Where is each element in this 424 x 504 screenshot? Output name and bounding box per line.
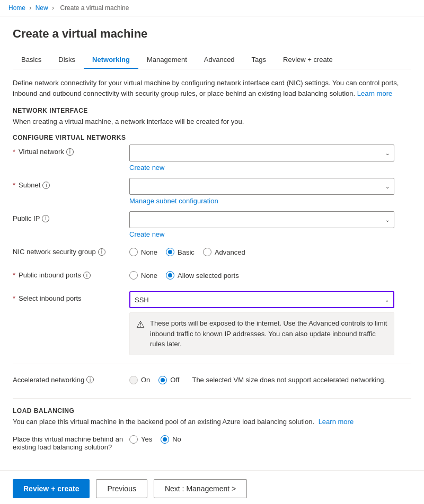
virtual-network-dropdown[interactable]: ⌄	[129, 145, 394, 161]
public-inbound-none-label: None	[141, 272, 157, 280]
virtual-network-control: ⌄ Create new	[129, 145, 411, 172]
nic-security-advanced-radio[interactable]	[203, 248, 211, 256]
select-inbound-ports-row: * Select inbound ports SSH ⌄ ⚠ These por…	[13, 291, 411, 355]
accelerated-networking-on-label: On	[141, 376, 150, 384]
learn-more-link[interactable]: Learn more	[357, 89, 392, 97]
required-star-inbound: *	[13, 294, 15, 302]
nic-security-basic-radio[interactable]	[166, 248, 174, 256]
accelerated-networking-note: The selected VM size does not support ac…	[192, 376, 386, 384]
load-balancing-option-control: Yes No	[129, 432, 411, 444]
select-inbound-ports-dropdown[interactable]: SSH ⌄	[129, 291, 394, 308]
accelerated-networking-on-radio[interactable]	[129, 376, 138, 384]
select-inbound-ports-value: SSH	[135, 296, 149, 304]
required-star-ports: *	[13, 271, 15, 279]
required-star-subnet: *	[13, 181, 15, 189]
public-inbound-allow-option[interactable]: Allow selected ports	[166, 271, 239, 280]
public-inbound-allow-label: Allow selected ports	[178, 272, 239, 280]
public-ip-row: Public IP i ⌄ Create new	[13, 211, 411, 238]
warning-box: ⚠ These ports will be exposed to the int…	[129, 312, 394, 355]
tab-tags[interactable]: Tags	[243, 51, 275, 69]
select-inbound-ports-control: SSH ⌄ ⚠ These ports will be exposed to t…	[129, 291, 411, 355]
load-balancing-option-label: Place this virtual machine behind an exi…	[13, 432, 129, 451]
public-inbound-ports-control: None Allow selected ports	[129, 268, 411, 280]
load-balancing-desc: You can place this virtual machine in th…	[13, 418, 411, 426]
public-inbound-ports-label: * Public inbound ports i	[13, 268, 129, 279]
public-ip-chevron: ⌄	[385, 217, 390, 223]
load-balancing-no-radio[interactable]	[161, 435, 169, 444]
breadcrumb: Home › New › Create a virtual machine	[0, 0, 424, 16]
review-create-button[interactable]: Review + create	[13, 479, 90, 498]
public-ip-control: ⌄ Create new	[129, 211, 411, 238]
nic-security-info-icon[interactable]: i	[98, 248, 105, 256]
public-ip-dropdown[interactable]: ⌄	[129, 211, 394, 228]
subnet-chevron: ⌄	[385, 184, 390, 190]
load-balancing-radio-group: Yes No	[129, 432, 411, 444]
previous-button[interactable]: Previous	[96, 479, 147, 498]
network-interface-desc: When creating a virtual machine, a netwo…	[13, 118, 411, 125]
section-description: Define network connectivity for your vir…	[13, 78, 411, 98]
subnet-control: ⌄ Manage subnet configuration	[129, 178, 411, 205]
load-balancing-option-row: Place this virtual machine behind an exi…	[13, 432, 411, 451]
public-inbound-allow-radio[interactable]	[166, 271, 174, 280]
public-inbound-ports-row: * Public inbound ports i None Allow sele…	[13, 268, 411, 285]
public-inbound-none-option[interactable]: None	[129, 271, 157, 280]
page-wrapper: Home › New › Create a virtual machine Cr…	[0, 0, 424, 504]
tab-networking[interactable]: Networking	[84, 51, 138, 69]
accelerated-networking-off-option[interactable]: Off	[158, 376, 179, 384]
nic-security-none-radio[interactable]	[129, 248, 138, 256]
load-balancing-yes-option[interactable]: Yes	[129, 435, 152, 444]
nic-security-advanced-option[interactable]: Advanced	[203, 248, 245, 256]
tab-review-create[interactable]: Review + create	[275, 51, 341, 69]
virtual-network-row: * Virtual network i ⌄ Create new	[13, 145, 411, 172]
public-ip-label: Public IP i	[13, 211, 129, 222]
tab-bar: Basics Disks Networking Management Advan…	[13, 51, 411, 69]
load-balancing-learn-more[interactable]: Learn more	[319, 418, 354, 426]
select-inbound-chevron: ⌄	[385, 297, 389, 303]
nic-security-basic-label: Basic	[178, 248, 195, 256]
load-balancing-yes-label: Yes	[141, 435, 152, 443]
accelerated-networking-label: Accelerated networking i	[13, 373, 129, 384]
virtual-network-info-icon[interactable]: i	[66, 148, 74, 156]
subnet-info-icon[interactable]: i	[42, 182, 50, 189]
accelerated-networking-radio-group: On Off The selected VM size does not sup…	[129, 373, 411, 384]
nic-security-group-label: NIC network security group i	[13, 245, 129, 256]
tab-disks[interactable]: Disks	[50, 51, 84, 69]
tab-management[interactable]: Management	[138, 51, 196, 69]
accelerated-networking-off-radio[interactable]	[158, 376, 167, 384]
subnet-label: * Subnet i	[13, 178, 129, 189]
footer: Review + create Previous Next : Manageme…	[0, 470, 424, 505]
nic-security-group-control: None Basic Advanced	[129, 245, 411, 256]
create-new-vnet-link[interactable]: Create new	[129, 164, 411, 172]
nic-security-group-row: NIC network security group i None Basic	[13, 245, 411, 262]
next-button[interactable]: Next : Management >	[154, 479, 247, 498]
breadcrumb-new[interactable]: New	[36, 4, 48, 12]
nic-security-none-option[interactable]: None	[129, 248, 157, 256]
network-interface-header: NETWORK INTERFACE	[13, 107, 411, 114]
manage-subnet-link[interactable]: Manage subnet configuration	[129, 197, 411, 205]
tab-advanced[interactable]: Advanced	[196, 51, 243, 69]
public-ip-info-icon[interactable]: i	[42, 215, 49, 222]
divider-1	[13, 364, 411, 364]
public-inbound-info-icon[interactable]: i	[83, 272, 91, 279]
virtual-network-chevron: ⌄	[385, 150, 390, 156]
accelerated-networking-row: Accelerated networking i On Off The sele…	[13, 373, 411, 390]
create-new-ip-link[interactable]: Create new	[129, 230, 411, 238]
public-inbound-none-radio[interactable]	[129, 271, 138, 280]
tab-basics[interactable]: Basics	[13, 51, 50, 69]
load-balancing-header: LOAD BALANCING	[13, 407, 411, 415]
nic-security-advanced-label: Advanced	[215, 248, 245, 256]
load-balancing-yes-radio[interactable]	[129, 435, 138, 444]
accelerated-networking-info-icon[interactable]: i	[86, 376, 94, 383]
load-balancing-no-option[interactable]: No	[161, 435, 181, 444]
accelerated-networking-control: On Off The selected VM size does not sup…	[129, 373, 411, 384]
accelerated-networking-on-option[interactable]: On	[129, 376, 150, 384]
breadcrumb-home[interactable]: Home	[8, 4, 25, 12]
required-star: *	[13, 148, 15, 156]
virtual-network-label: * Virtual network i	[13, 145, 129, 156]
spacer	[13, 457, 411, 470]
page-title: Create a virtual machine	[13, 27, 411, 41]
nic-security-basic-option[interactable]: Basic	[166, 248, 195, 256]
warning-icon: ⚠	[136, 319, 145, 349]
warning-text: These ports will be exposed to the inter…	[150, 318, 387, 349]
subnet-dropdown[interactable]: ⌄	[129, 178, 394, 195]
